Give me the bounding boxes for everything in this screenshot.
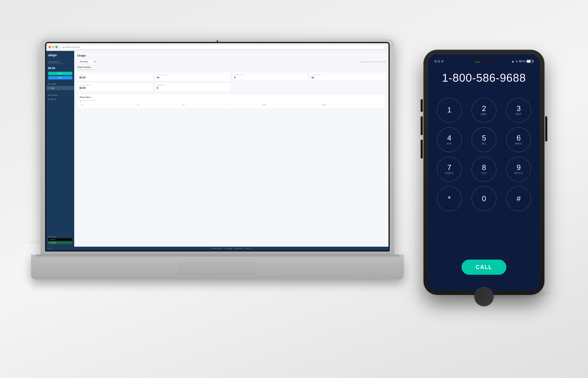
phone-home-button[interactable]	[475, 287, 493, 306]
sidebar-logo: ubigo™	[46, 51, 74, 60]
nav-dot-account	[48, 95, 49, 96]
key-4-letters: GHI	[447, 142, 452, 145]
page-title: Usage	[77, 54, 385, 57]
phone-button-mute[interactable]	[421, 99, 423, 112]
col-hour[interactable]: Hour	[136, 104, 181, 106]
sidebar-item-my-account[interactable]: My Account	[46, 93, 74, 97]
laptop-screen: app.ubigo.com/#/usage ubigo™ Daniel WIRE…	[46, 43, 388, 250]
minimize-dot[interactable]	[52, 46, 54, 48]
sidebar-item-usage[interactable]: Usage	[46, 86, 74, 90]
key-star[interactable]: *	[437, 186, 462, 211]
phone-speaker	[475, 59, 493, 62]
col-to[interactable]: To	[228, 104, 261, 106]
nav-dot-usage	[48, 88, 49, 88]
key-8[interactable]: 8 TUV	[472, 157, 496, 182]
footer-refund[interactable]: Refund Policy	[235, 248, 242, 249]
col-duration[interactable]: Duration	[320, 104, 383, 106]
key-5-num: 5	[482, 134, 486, 142]
google-play-icon: ▶	[49, 242, 51, 243]
dialer-number[interactable]: 1-800-586-9688	[428, 71, 540, 84]
footer-terms[interactable]: Terms and Conditions	[212, 248, 222, 249]
numbers-filter[interactable]: All Numbers	[77, 60, 96, 64]
tab-inbound[interactable]: Inbound ®	[82, 100, 88, 102]
account-section: My Account Sign Out	[46, 93, 74, 101]
stat-avg-talk: AVG TALK TIME 0s	[310, 72, 385, 81]
key-5[interactable]: 5 JKL	[472, 127, 496, 152]
sidebar-balance: $0.50	[46, 66, 74, 71]
sidebar-item-sign-out[interactable]: Sign Out	[46, 97, 74, 101]
key-hash-num: #	[517, 195, 521, 202]
key-6-letters: MNO	[515, 142, 522, 145]
phone-button-volume-up[interactable]	[421, 116, 423, 135]
top-up-button[interactable]: Top-Up	[48, 72, 72, 75]
status-right: ▲ ※ 58 %	[511, 60, 534, 63]
key-6-num: 6	[517, 134, 521, 142]
calls-table: Date ▼ Hour From To Routing Duration	[80, 104, 383, 106]
stat-avg-cost: AVG COST PER CALL $0.00	[77, 82, 153, 92]
key-7-num: 7	[447, 164, 451, 171]
sidebar-footer: EN FR	[46, 247, 74, 250]
maximize-dot[interactable]	[55, 46, 58, 48]
phone-button-volume-down[interactable]	[421, 140, 423, 158]
stat-label-2: NUMBER OF CALLS	[234, 74, 306, 75]
nav-label-usage: Usage	[50, 87, 54, 89]
lang-en[interactable]: EN	[48, 248, 50, 249]
stat-number-of-calls: NUMBER OF CALLS 0	[232, 72, 308, 81]
url-bar[interactable]: app.ubigo.com/#/usage	[60, 45, 385, 49]
tab-bound[interactable]: Bound ®	[90, 100, 95, 102]
key-8-letters: TUV	[481, 172, 487, 175]
camera	[217, 40, 218, 42]
stat-label-3: AVG TALK TIME	[312, 74, 383, 75]
key-8-num: 8	[482, 164, 486, 171]
close-dot[interactable]	[49, 46, 51, 48]
key-3[interactable]: 3 DEF	[506, 98, 531, 123]
browser: app.ubigo.com/#/usage ubigo™ Daniel WIRE…	[46, 43, 388, 250]
app-store-button[interactable]: ⬇ App Store	[48, 238, 72, 241]
stat-total-dollar: TOTAL ($) $0.00	[77, 72, 153, 81]
col-from[interactable]: From	[181, 104, 228, 106]
col-routing[interactable]: Routing	[261, 104, 320, 106]
google-play-button[interactable]: ▶ Google Play	[48, 242, 72, 244]
key-4[interactable]: 4 GHI	[437, 127, 462, 152]
phone-screen: GS ▲ ※ 58 % 1-800-586-9688	[428, 54, 540, 290]
key-9-letters: WXYZ	[514, 172, 523, 175]
url-text: app.ubigo.com/#/usage	[62, 46, 80, 48]
phone-calls-section: Phone Calls ® All Inbound ® Bound ®	[77, 94, 385, 109]
key-3-letters: DEF	[516, 113, 521, 116]
stat-label-4: AVG COST PER CALL	[79, 85, 151, 86]
key-1[interactable]: 1	[437, 98, 462, 123]
stat-value-1: 0s	[157, 76, 229, 79]
battery-icon	[527, 60, 534, 63]
stat-value-4: $0.00	[79, 87, 151, 89]
footer-privacy[interactable]: Privacy Policy	[225, 248, 232, 249]
nav-dot-overview	[48, 83, 49, 84]
stat-total-talk: TOTAL TALK TIME 0s	[155, 72, 231, 81]
laptop-lid: app.ubigo.com/#/usage ubigo™ Daniel WIRE…	[40, 39, 394, 256]
sidebar-item-overview[interactable]: Overview	[46, 82, 74, 86]
key-7[interactable]: 7 PQRS	[437, 157, 462, 182]
col-date[interactable]: Date ▼	[80, 104, 136, 106]
laptop-trackpad[interactable]	[178, 262, 256, 275]
current-button[interactable]: Current	[48, 76, 72, 80]
stat-value-0: $0.00	[79, 76, 151, 79]
key-9[interactable]: 9 WXYZ	[506, 157, 531, 182]
key-6[interactable]: 6 MNO	[506, 127, 531, 152]
usage-filter: All Numbers Last 30 days: Oct 23, 2017 -…	[77, 60, 385, 64]
stat-label-0: TOTAL ($)	[79, 74, 151, 75]
key-0[interactable]: 0	[472, 186, 496, 211]
stat-value-5: 0	[157, 87, 229, 89]
call-button-wrapper: CALL	[428, 259, 540, 275]
lang-fr[interactable]: FR	[50, 248, 52, 249]
call-button[interactable]: CALL	[462, 259, 506, 275]
google-play-label: Google Play	[51, 242, 56, 243]
main-content: Usage All Numbers Last 30 days: Oct 23, …	[74, 51, 388, 247]
tab-all[interactable]: All	[80, 100, 81, 102]
battery-percent: 58 %	[519, 60, 525, 63]
phone-button-power[interactable]	[545, 116, 547, 141]
key-hash[interactable]: #	[506, 186, 531, 211]
nav-label-overview: Overview	[50, 83, 56, 85]
key-star-num: *	[448, 195, 451, 202]
key-2[interactable]: 2 ABC	[472, 98, 496, 123]
stats-grid-2: AVG COST PER CALL $0.00 UNIQUE CALLS 0	[77, 82, 385, 92]
key-9-num: 9	[517, 164, 521, 171]
